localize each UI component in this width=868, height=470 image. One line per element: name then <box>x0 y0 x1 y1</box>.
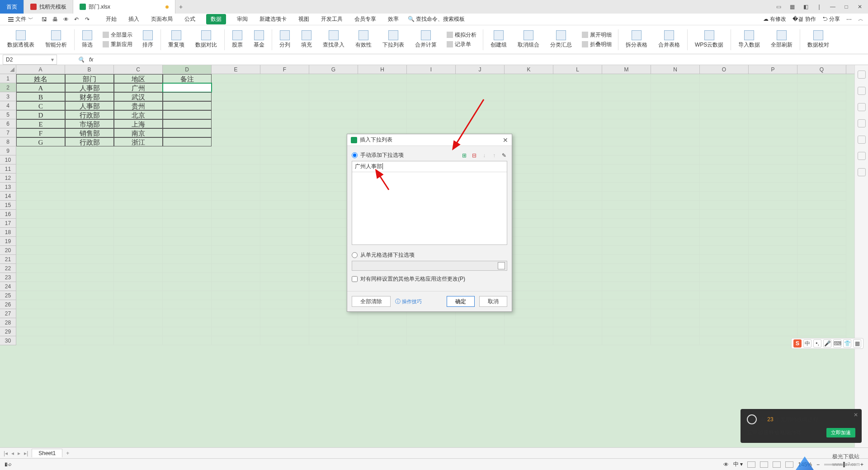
close-button[interactable]: ✕ <box>854 2 866 12</box>
cell[interactable] <box>749 83 797 92</box>
cell[interactable]: 地区 <box>114 74 163 83</box>
cell[interactable] <box>749 164 797 174</box>
cell[interactable] <box>407 110 456 119</box>
row-header[interactable]: 17 <box>0 219 16 228</box>
cell[interactable] <box>700 155 749 164</box>
cell[interactable] <box>212 246 260 255</box>
save-icon[interactable]: 🖫 <box>42 16 48 23</box>
cell[interactable] <box>797 164 846 174</box>
cell[interactable] <box>456 92 505 101</box>
cell[interactable] <box>505 83 553 92</box>
cell[interactable] <box>16 192 65 201</box>
cell[interactable] <box>651 210 700 219</box>
cell[interactable] <box>114 155 163 164</box>
cell[interactable] <box>65 174 114 183</box>
cell[interactable] <box>163 291 212 300</box>
cell[interactable] <box>553 192 602 201</box>
cell[interactable] <box>163 164 212 174</box>
cell[interactable] <box>114 210 163 219</box>
cell[interactable] <box>65 192 114 201</box>
cell[interactable] <box>700 192 749 201</box>
lang-indicator[interactable]: 中 ▾ <box>733 461 743 468</box>
cell[interactable] <box>553 74 602 83</box>
cell[interactable] <box>114 300 163 309</box>
cell[interactable] <box>260 282 309 291</box>
dialog-titlebar[interactable]: 插入下拉列表 ✕ <box>347 134 512 146</box>
cell[interactable] <box>602 309 651 318</box>
apps-icon[interactable]: ▦ <box>786 2 798 12</box>
cell[interactable] <box>700 183 749 192</box>
cell[interactable] <box>407 101 456 110</box>
view-read-icon[interactable] <box>785 461 793 468</box>
cell[interactable] <box>651 92 700 101</box>
radio-range[interactable] <box>352 252 358 258</box>
row-header[interactable]: 22 <box>0 264 16 273</box>
cell[interactable] <box>553 273 602 282</box>
tab-template[interactable]: 找稻壳模板 <box>24 0 73 14</box>
sp-more-icon[interactable] <box>858 168 866 176</box>
status-mode-icon[interactable]: �꩜ <box>5 461 13 468</box>
cell[interactable] <box>260 309 309 318</box>
cell[interactable] <box>700 273 749 282</box>
sp-backup-icon[interactable] <box>858 119 866 127</box>
col-header[interactable]: F <box>260 65 309 74</box>
cell[interactable] <box>797 83 846 92</box>
cell[interactable] <box>602 291 651 300</box>
cell[interactable] <box>553 83 602 92</box>
cell[interactable] <box>212 155 260 164</box>
cell[interactable] <box>797 219 846 228</box>
cell[interactable] <box>797 137 846 146</box>
cell[interactable] <box>358 101 407 110</box>
cell[interactable] <box>749 192 797 201</box>
cell[interactable] <box>456 110 505 119</box>
cell[interactable] <box>553 164 602 174</box>
zoom-in-button[interactable]: + <box>860 461 863 468</box>
cell[interactable] <box>212 255 260 264</box>
cell[interactable] <box>602 237 651 246</box>
cell[interactable] <box>505 101 553 110</box>
cell[interactable] <box>163 327 212 336</box>
cell[interactable] <box>505 327 553 336</box>
cell[interactable] <box>212 83 260 92</box>
cell[interactable] <box>602 228 651 237</box>
clear-all-button[interactable]: 全部清除 <box>352 296 391 307</box>
row-header[interactable]: 24 <box>0 282 16 291</box>
cell[interactable] <box>16 318 65 327</box>
cell[interactable] <box>700 92 749 101</box>
cell[interactable] <box>163 174 212 183</box>
cell[interactable] <box>553 128 602 137</box>
print-icon[interactable]: 🖶 <box>52 16 59 23</box>
cell[interactable] <box>700 101 749 110</box>
minimize-button[interactable]: — <box>826 2 839 12</box>
cell[interactable] <box>749 291 797 300</box>
cell[interactable] <box>700 291 749 300</box>
cell[interactable] <box>260 228 309 237</box>
cell[interactable] <box>797 128 846 137</box>
cell[interactable] <box>212 201 260 210</box>
cell[interactable] <box>700 210 749 219</box>
cell[interactable] <box>260 83 309 92</box>
name-box[interactable]: D2▾ <box>3 55 57 65</box>
cell[interactable] <box>749 183 797 192</box>
view-page-icon[interactable] <box>760 461 768 468</box>
col-header[interactable]: J <box>456 65 505 74</box>
cell[interactable] <box>65 146 114 155</box>
collapse-ribbon-icon[interactable]: ︿ <box>858 15 863 23</box>
cell[interactable] <box>456 74 505 83</box>
cell[interactable] <box>260 327 309 336</box>
select-all-corner[interactable] <box>0 65 16 74</box>
cell[interactable] <box>163 210 212 219</box>
cell[interactable] <box>749 318 797 327</box>
cell[interactable] <box>163 228 212 237</box>
cell[interactable] <box>749 74 797 83</box>
row-header[interactable]: 3 <box>0 92 16 101</box>
file-menu[interactable]: 文件﹀ <box>5 14 36 24</box>
share-button[interactable]: ⮌ 分享 <box>822 15 840 23</box>
ime-skin-icon[interactable]: 👕 <box>843 339 851 348</box>
cell[interactable]: 人事部 <box>65 101 114 110</box>
cell[interactable] <box>456 336 505 345</box>
cell[interactable] <box>65 201 114 210</box>
cell[interactable] <box>553 246 602 255</box>
cell[interactable] <box>163 128 212 137</box>
cell[interactable] <box>260 101 309 110</box>
